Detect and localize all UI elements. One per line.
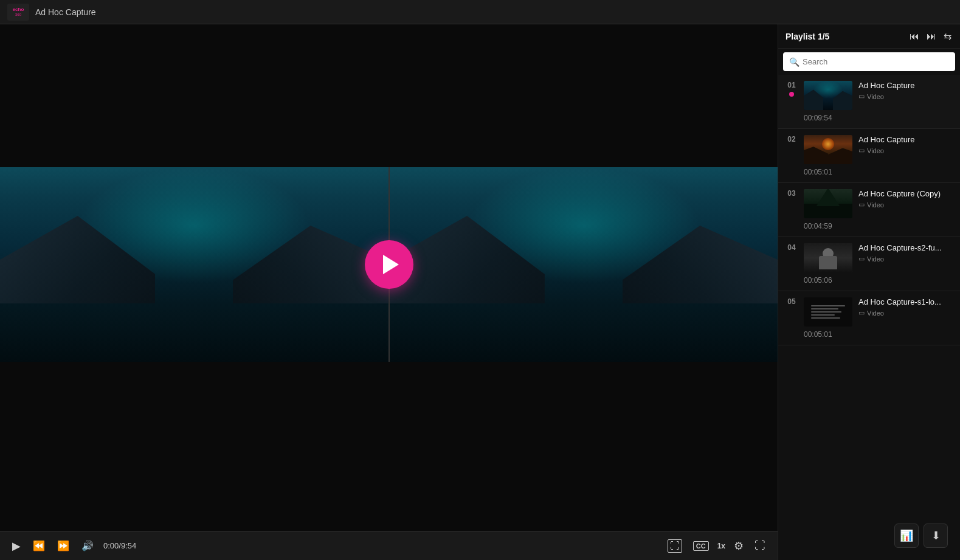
video-scene-right <box>390 167 778 362</box>
video-bottom-space <box>0 362 778 531</box>
item-title: Ad Hoc Capture-s1-lo... <box>858 297 953 306</box>
settings-button[interactable]: ⚙ <box>731 537 746 555</box>
scene-floor-left <box>0 303 388 362</box>
video-type-icon: ▭ <box>858 309 865 317</box>
item-number: 04 <box>787 243 795 252</box>
expand-sidebar-button[interactable]: ⇆ <box>942 29 953 43</box>
video-type-icon: ▭ <box>858 255 865 263</box>
item-type-label: Video <box>867 255 884 263</box>
item-number: 03 <box>787 189 795 198</box>
download-icon: ⬇ <box>931 529 941 542</box>
active-dot <box>789 92 794 97</box>
time-display: 0:00/9:54 <box>103 541 136 550</box>
playlist-item[interactable]: 03 Ad Hoc Capture (Copy) ▭ Video <box>778 183 960 237</box>
item-title: Ad Hoc Capture (Copy) <box>858 189 953 198</box>
main-layout: ▶ ⏪ ⏩ 🔊 0:00/9:54 ⛶ CC 1x <box>0 24 960 560</box>
item-duration: 00:09:54 <box>786 114 953 122</box>
item-type-row: ▭ Video <box>858 309 953 317</box>
item-thumbnail <box>804 135 852 164</box>
item-duration: 00:05:01 <box>786 168 953 176</box>
item-type-label: Video <box>867 147 884 154</box>
item-info: Ad Hoc Capture-s2-fu... ▭ Video <box>858 243 953 263</box>
play-control-button[interactable]: ▶ <box>10 537 23 555</box>
item-type-label: Video <box>867 93 884 100</box>
playlist-title: Playlist 1/5 <box>786 32 829 41</box>
video-left-half <box>0 167 390 362</box>
item-info: Ad Hoc Capture-s1-lo... ▭ Video <box>858 297 953 317</box>
video-scene-left <box>0 167 388 362</box>
analytics-button[interactable]: 📊 <box>894 524 919 548</box>
item-type-row: ▭ Video <box>858 255 953 263</box>
play-ctrl-icon: ▶ <box>12 539 21 553</box>
logo-icon: echo 360 <box>7 4 29 21</box>
header: echo 360 Ad Hoc Capture <box>0 0 960 24</box>
download-button[interactable]: ⬇ <box>924 524 948 548</box>
item-number-area: 01 <box>786 81 798 97</box>
video-area: ▶ ⏪ ⏩ 🔊 0:00/9:54 ⛶ CC 1x <box>0 24 778 560</box>
item-type-row: ▭ Video <box>858 92 953 100</box>
next-icon: ⏭ <box>927 31 936 41</box>
item-number-area: 05 <box>786 297 798 306</box>
video-type-icon: ▭ <box>858 201 865 209</box>
scene-floor-right <box>390 303 778 362</box>
logo-sub: 360 <box>15 13 21 17</box>
playlist-list: 01 Ad Hoc Capture ▭ Video 00:0 <box>778 75 960 560</box>
item-thumbnail <box>804 189 852 218</box>
playlist-item[interactable]: 02 Ad Hoc Capture ▭ Video 00:0 <box>778 129 960 183</box>
fullscreen-icon: ⛶ <box>755 539 765 552</box>
item-number-area: 02 <box>786 135 798 143</box>
playlist-item[interactable]: 04 Ad Hoc Capture-s2-fu... ▭ Video 00:0 <box>778 237 960 291</box>
sidebar: Playlist 1/5 ⏮ ⏭ ⇆ 🔍 <box>778 24 960 560</box>
controls-bar: ▶ ⏪ ⏩ 🔊 0:00/9:54 ⛶ CC 1x <box>0 531 778 560</box>
item-type-label: Video <box>867 201 884 209</box>
item-number-area: 03 <box>786 189 798 198</box>
bottom-icons: 📊 ⬇ <box>894 524 948 548</box>
item-number-area: 04 <box>786 243 798 252</box>
item-number: 01 <box>787 81 795 89</box>
logo-area: echo 360 Ad Hoc Capture <box>7 4 96 21</box>
item-title: Ad Hoc Capture <box>858 135 953 144</box>
play-overlay[interactable] <box>365 240 413 289</box>
item-thumbnail <box>804 243 852 272</box>
volume-button[interactable]: 🔊 <box>79 538 96 554</box>
speed-badge: 1x <box>717 542 725 550</box>
item-thumbnail <box>804 81 852 110</box>
item-type-label: Video <box>867 309 884 317</box>
item-duration: 00:04:59 <box>786 222 953 230</box>
item-thumbnail <box>804 297 852 327</box>
analytics-icon: 📊 <box>900 529 913 542</box>
screen-mode-icon: ⛶ <box>668 539 682 553</box>
ctrl-right-group: ⛶ CC 1x ⚙ ⛶ <box>665 537 768 555</box>
prev-icon: ⏮ <box>910 31 919 41</box>
search-input[interactable] <box>783 52 955 71</box>
item-info: Ad Hoc Capture ▭ Video <box>858 81 953 100</box>
logo-text: echo <box>13 7 24 13</box>
prev-video-button[interactable]: ⏮ <box>908 30 920 43</box>
play-button[interactable] <box>365 240 413 289</box>
item-number: 05 <box>787 297 795 306</box>
search-box: 🔍 <box>783 52 955 71</box>
fast-forward-button[interactable]: ⏩ <box>55 538 72 554</box>
fast-forward-icon: ⏩ <box>57 540 69 551</box>
item-duration: 00:05:01 <box>786 330 953 339</box>
video-frame <box>0 167 778 362</box>
sidebar-controls: ⏮ ⏭ ⇆ <box>908 29 953 43</box>
captions-button[interactable]: CC <box>691 539 711 553</box>
item-title: Ad Hoc Capture <box>858 81 953 90</box>
playlist-item[interactable]: 05 Ad Hoc Capture-s1-lo... ▭ <box>778 291 960 345</box>
rewind-icon: ⏪ <box>33 540 45 551</box>
settings-icon: ⚙ <box>734 539 744 553</box>
screen-mode-button[interactable]: ⛶ <box>665 537 685 555</box>
item-number: 02 <box>787 135 795 143</box>
play-icon <box>383 255 399 274</box>
video-right-half <box>390 167 778 362</box>
expand-icon: ⇆ <box>944 31 951 41</box>
item-duration: 00:05:06 <box>786 276 953 285</box>
rewind-button[interactable]: ⏪ <box>30 538 47 554</box>
sidebar-header: Playlist 1/5 ⏮ ⏭ ⇆ <box>778 24 960 49</box>
playlist-item[interactable]: 01 Ad Hoc Capture ▭ Video 00:0 <box>778 75 960 129</box>
fullscreen-button[interactable]: ⛶ <box>752 537 768 555</box>
item-title: Ad Hoc Capture-s2-fu... <box>858 243 953 252</box>
item-type-row: ▭ Video <box>858 201 953 209</box>
next-video-button[interactable]: ⏭ <box>925 30 938 43</box>
